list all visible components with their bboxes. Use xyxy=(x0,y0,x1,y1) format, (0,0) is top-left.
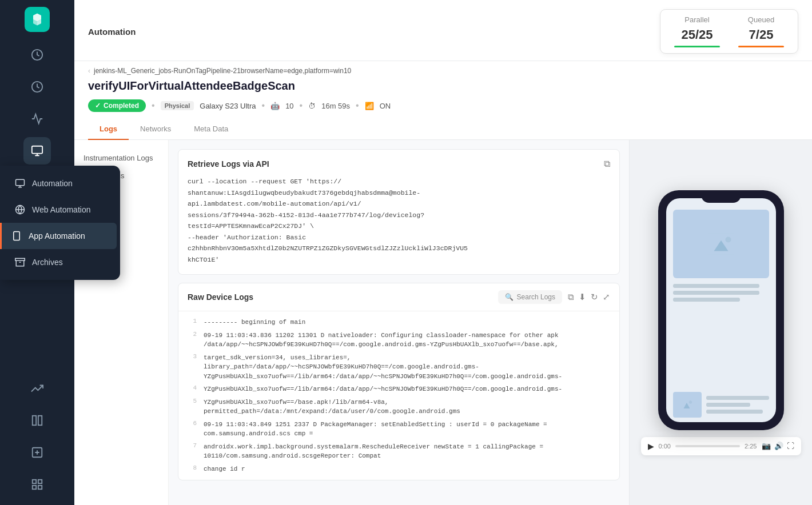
log-num-5: 5 xyxy=(188,398,197,416)
phone-screen xyxy=(666,198,776,422)
sidebar-item-compare[interactable] xyxy=(23,407,51,434)
queued-label: Queued xyxy=(748,15,774,24)
log-type-instrumentation[interactable]: Instrumentation Logs xyxy=(74,149,168,167)
expanded-menu-item-automation[interactable]: Automation xyxy=(3,170,117,197)
phone-text-line xyxy=(706,396,769,400)
tab-logs[interactable]: Logs xyxy=(88,119,129,140)
queued-value: 7/25 xyxy=(749,27,774,42)
fullscreen-icon[interactable]: ⛶ xyxy=(787,442,794,450)
log-num-7: 7 xyxy=(188,442,197,461)
logs-card-header: Raw Device Logs 🔍 Search Logs ⧉ ⬇ ↻ ⤢ xyxy=(178,283,619,311)
sidebar-item-automation[interactable] xyxy=(23,137,51,165)
log-num-3: 3 xyxy=(188,353,197,382)
phone-text-line xyxy=(706,403,750,407)
phone-small-image xyxy=(673,392,702,418)
network-icon: 📶 xyxy=(365,102,374,110)
log-text-8: change id r xyxy=(204,464,245,474)
log-line: 5 YZgPusHbUAXlb_sxo7uofw==/base.apk!/lib… xyxy=(178,396,619,418)
phone-text-line xyxy=(673,298,741,302)
clock-icon: ⏱ xyxy=(308,102,316,110)
back-arrow[interactable]: ‹ xyxy=(88,67,90,75)
status-badge: Completed xyxy=(88,99,146,112)
phone-text-line xyxy=(673,291,759,295)
svg-rect-2 xyxy=(32,146,42,154)
log-line: 4 YZgPusHbUAXlb_sxo7uofw==/lib/arm64:/da… xyxy=(178,383,619,396)
search-icon: 🔍 xyxy=(505,293,514,301)
page-title: Automation xyxy=(88,27,136,37)
api-retrieve-card: Retrieve Logs via API ⧉ curl --location … xyxy=(178,149,620,275)
parallel-label: Parallel xyxy=(684,15,709,24)
queued-progress-bar xyxy=(738,46,784,47)
api-code-block[interactable]: curl --location --request GET 'https:// … xyxy=(188,176,610,265)
api-card-title: Retrieve Logs via API xyxy=(188,159,269,169)
log-text-3: target_sdk_version=34, uses_libraries=, … xyxy=(204,353,610,382)
expanded-menu-item-archives[interactable]: Archives xyxy=(3,249,117,275)
tab-metadata[interactable]: Meta Data xyxy=(182,119,240,140)
expanded-menu-item-app[interactable]: App Automation xyxy=(0,223,117,249)
sidebar-item-create[interactable] xyxy=(23,439,51,466)
log-text-4: YZgPusHbUAXlb_sxo7uofw==/lib/arm64:/data… xyxy=(204,384,562,394)
content-area: Instrumentation Logs Device Logs Retriev… xyxy=(74,140,812,505)
page-header: Automation Parallel 25/25 Queued 7/25 xyxy=(74,0,812,61)
phone-notch xyxy=(701,190,741,203)
phone-text-area xyxy=(673,284,769,386)
log-line: 2 09-19 11:03:43.836 11202 11301 D nativ… xyxy=(178,329,619,351)
logs-actions: ⧉ ⬇ ↻ ⤢ xyxy=(568,292,610,302)
svg-rect-10 xyxy=(16,179,25,186)
sidebar-item-analytics[interactable] xyxy=(23,375,51,402)
svg-rect-6 xyxy=(33,480,36,483)
api-card-header: Retrieve Logs via API ⧉ xyxy=(188,159,610,169)
log-text-2: 09-19 11:03:43.836 11202 11301 D nativel… xyxy=(204,331,610,350)
android-version: 10 xyxy=(285,102,293,110)
log-line: 7 androidx.work.impl.background.systemal… xyxy=(178,440,619,463)
log-num-1: 1 xyxy=(188,318,197,327)
center-panel: Retrieve Logs via API ⧉ curl --location … xyxy=(169,140,629,505)
volume-icon[interactable]: 🔊 xyxy=(774,442,783,450)
expand-logs-button[interactable]: ⤢ xyxy=(603,292,610,302)
sidebar-item-integrations[interactable] xyxy=(23,471,51,498)
status-text: Completed xyxy=(104,102,139,110)
video-current-time: 0:00 xyxy=(659,443,671,450)
main-content: Automation Parallel 25/25 Queued 7/25 ‹ … xyxy=(74,0,812,505)
log-num-6: 6 xyxy=(188,420,197,439)
expanded-menu-item-web[interactable]: Web Automation xyxy=(3,197,117,223)
parallel-value: 25/25 xyxy=(681,27,713,42)
phone-preview-panel: ▶ 0:00 2:25 📷 🔊 ⛶ xyxy=(629,140,812,505)
expanded-menu-label-app: App Automation xyxy=(29,231,85,241)
header-top-row: Automation Parallel 25/25 Queued 7/25 xyxy=(88,9,798,54)
copy-logs-button[interactable]: ⧉ xyxy=(568,292,574,302)
sidebar-item-history[interactable] xyxy=(23,73,51,101)
sidebar-item-reports[interactable] xyxy=(23,105,51,133)
phone-content xyxy=(666,198,776,422)
phone-main-image xyxy=(673,210,769,278)
video-progress-bar[interactable] xyxy=(675,445,740,447)
play-button[interactable]: ▶ xyxy=(648,442,654,451)
test-name: verifyUIForVirtualAttendeeBadgeScan xyxy=(74,75,812,99)
refresh-logs-button[interactable]: ↻ xyxy=(591,292,598,302)
expanded-menu-label-web: Web Automation xyxy=(32,205,90,214)
log-text-7: androidx.work.impl.background.systemalar… xyxy=(204,442,610,461)
queued-block: Queued 7/25 xyxy=(738,15,784,47)
device-logs-card: Raw Device Logs 🔍 Search Logs ⧉ ⬇ ↻ ⤢ xyxy=(178,283,620,480)
phone-small-card xyxy=(673,392,769,418)
log-text-1: --------- beginning of main xyxy=(204,318,305,327)
copy-api-button[interactable]: ⧉ xyxy=(604,159,610,169)
svg-rect-8 xyxy=(33,486,36,489)
camera-icon[interactable]: 📷 xyxy=(762,442,771,450)
svg-rect-3 xyxy=(33,416,36,426)
search-logs-input[interactable]: 🔍 Search Logs xyxy=(498,290,562,304)
download-logs-button[interactable]: ⬇ xyxy=(579,292,586,302)
parallel-info-panel: Parallel 25/25 Queued 7/25 xyxy=(660,9,798,54)
phone-text-line xyxy=(706,410,763,414)
svg-point-20 xyxy=(688,400,692,404)
tab-networks[interactable]: Networks xyxy=(129,119,182,140)
app-logo[interactable] xyxy=(25,7,50,32)
video-controls: ▶ 0:00 2:25 📷 🔊 ⛶ xyxy=(641,437,801,455)
phone-frame xyxy=(658,190,784,430)
network-status: ON xyxy=(380,102,391,110)
device-name: Galaxy S23 Ultra xyxy=(200,102,256,110)
log-line: 1 --------- beginning of main xyxy=(178,316,619,329)
expanded-sidebar-menu: Automation Web Automation App Automation… xyxy=(0,166,120,280)
svg-rect-7 xyxy=(38,480,42,483)
sidebar-item-dashboard[interactable] xyxy=(23,41,51,69)
